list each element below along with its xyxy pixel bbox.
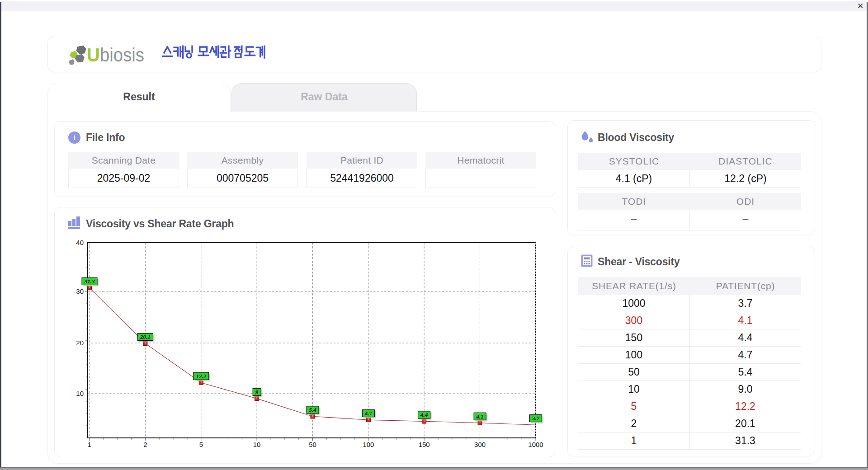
svg-text:4.7: 4.7 xyxy=(364,410,373,417)
svg-text:5: 5 xyxy=(199,441,203,448)
svg-text:2: 2 xyxy=(143,441,147,448)
svg-text:1: 1 xyxy=(88,441,91,448)
svg-text:4.4: 4.4 xyxy=(420,411,428,418)
svg-text:40: 40 xyxy=(76,239,84,246)
svg-text:3.7: 3.7 xyxy=(532,415,540,422)
svg-text:4.1: 4.1 xyxy=(476,413,483,420)
svg-text:9: 9 xyxy=(255,389,259,395)
svg-text:100: 100 xyxy=(363,441,374,448)
svg-text:50: 50 xyxy=(309,441,316,448)
svg-text:300: 300 xyxy=(474,441,486,448)
svg-text:150: 150 xyxy=(419,441,430,448)
svg-text:biosis: biosis xyxy=(100,44,144,66)
svg-text:1000: 1000 xyxy=(528,441,543,448)
svg-text:31.3: 31.3 xyxy=(84,278,95,285)
svg-text:U: U xyxy=(87,44,100,66)
svg-text:5.4: 5.4 xyxy=(309,406,316,413)
svg-text:10: 10 xyxy=(253,441,261,448)
svg-text:20: 20 xyxy=(76,339,84,347)
svg-text:30: 30 xyxy=(76,287,84,295)
svg-text:12.2: 12.2 xyxy=(196,373,206,380)
svg-text:10: 10 xyxy=(76,390,84,397)
svg-text:20.1: 20.1 xyxy=(140,334,151,340)
